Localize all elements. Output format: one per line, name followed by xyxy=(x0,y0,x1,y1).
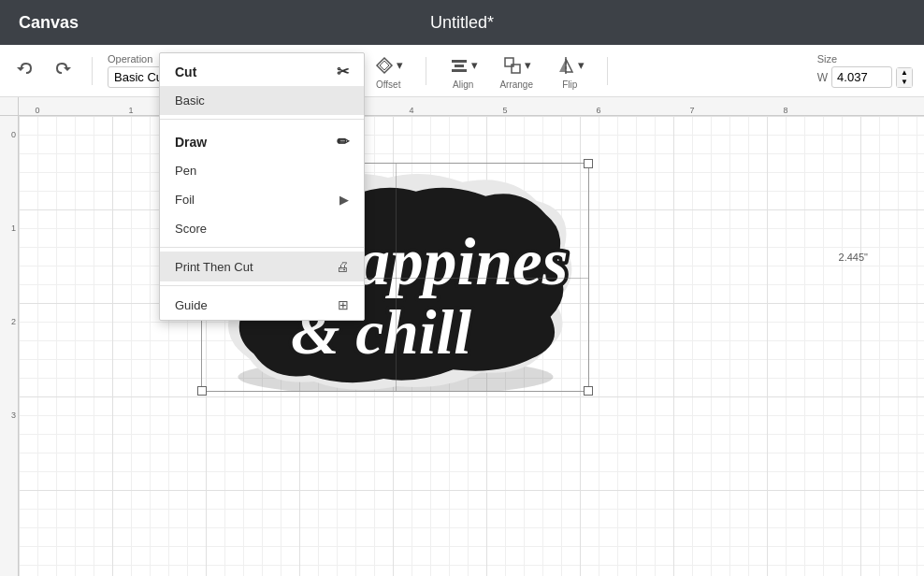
separator-2 xyxy=(160,247,364,248)
undo-redo-group xyxy=(11,56,77,86)
dropdown-item-guide[interactable]: Guide ⊞ xyxy=(160,290,364,320)
handle-br[interactable] xyxy=(584,386,593,396)
ruler-v-tick-3: 3 xyxy=(11,410,16,420)
flip-chevron: ▾ xyxy=(578,58,585,72)
offset-label: Offset xyxy=(376,79,401,90)
app-title: Canvas xyxy=(19,13,79,33)
arrange-group: ▾ Arrange xyxy=(495,52,539,90)
print-icon: 🖨 xyxy=(336,259,349,274)
arrange-icon xyxy=(502,55,523,76)
dropdown-item-foil[interactable]: Foil ▶ xyxy=(160,185,364,214)
flip-button[interactable]: ▾ xyxy=(548,52,592,79)
title-bar: Canvas Untitled* xyxy=(0,0,924,45)
ruler-h-tick-5: 5 xyxy=(502,106,507,115)
dropdown-item-pen[interactable]: Pen xyxy=(160,156,364,185)
guide-icon: ⊞ xyxy=(338,297,349,312)
svg-marker-12 xyxy=(559,59,566,72)
dropdown-item-print-then-cut[interactable]: Print Then Cut 🖨 xyxy=(160,252,364,281)
document-title: Untitled* xyxy=(430,13,494,33)
draw-header-label: Draw xyxy=(175,135,207,150)
ruler-h-tick-0: 0 xyxy=(35,106,39,115)
separator-3 xyxy=(160,285,364,286)
svg-rect-9 xyxy=(452,69,467,72)
foil-arrow: ▶ xyxy=(339,193,349,207)
vertical-ruler: 0 1 2 3 xyxy=(0,116,19,576)
align-button[interactable]: ▾ xyxy=(441,52,485,79)
size-input-row: W ▲ ▼ xyxy=(817,66,913,88)
svg-rect-7 xyxy=(452,60,467,63)
flip-icon xyxy=(556,55,576,76)
draw-icon: ✏ xyxy=(337,133,349,151)
arrange-button[interactable]: ▾ xyxy=(495,52,539,79)
ruler-h-tick-6: 6 xyxy=(596,106,600,115)
align-chevron: ▾ xyxy=(471,58,478,72)
align-icon xyxy=(449,55,469,76)
handle-bl[interactable] xyxy=(197,386,207,396)
operation-dropdown: Cut ✂ Basic Draw ✏ Pen Foil ▶ Score Prin… xyxy=(159,52,365,321)
draw-section-header: Draw ✏ xyxy=(160,123,364,156)
size-label: Size xyxy=(817,53,913,65)
offset-icon xyxy=(374,55,395,76)
size-w-input[interactable] xyxy=(831,66,892,88)
horizontal-ruler: 0 1 2 3 4 5 6 7 8 xyxy=(19,97,924,116)
toolbar: Operation Basic Cut ▾ ? Deselect xyxy=(0,45,924,97)
guide-label: Guide xyxy=(175,298,208,312)
svg-rect-8 xyxy=(455,65,464,67)
ruler-corner xyxy=(0,97,19,116)
pen-label: Pen xyxy=(175,164,196,178)
measure-v-value: 2.445" xyxy=(839,252,868,263)
redo-icon xyxy=(52,60,71,79)
offset-chevron: ▾ xyxy=(397,58,403,72)
svg-marker-13 xyxy=(566,59,572,72)
align-label: Align xyxy=(453,79,473,90)
offset-group: ▾ Offset xyxy=(367,52,411,90)
offset-button[interactable]: ▾ xyxy=(367,52,411,79)
ruler-h-tick-7: 7 xyxy=(689,106,694,115)
redo-button[interactable] xyxy=(47,56,77,86)
cut-icon: ✂ xyxy=(337,63,349,80)
undo-button[interactable] xyxy=(11,56,41,86)
crosshair-vertical xyxy=(396,164,397,391)
size-group: Size W ▲ ▼ xyxy=(817,53,913,88)
handle-tr[interactable] xyxy=(584,159,593,168)
undo-icon xyxy=(17,60,36,79)
divider-4 xyxy=(607,57,608,85)
arrange-label: Arrange xyxy=(499,79,533,90)
canvas-grid: 4.037" 2.445" xyxy=(19,116,924,576)
align-group: ▾ Align xyxy=(441,52,485,90)
divider-1 xyxy=(92,57,93,85)
ruler-h-tick-1: 1 xyxy=(128,106,133,115)
dropdown-item-score[interactable]: Score xyxy=(160,214,364,243)
separator-1 xyxy=(160,119,364,120)
divider-3 xyxy=(426,57,426,85)
foil-label: Foil xyxy=(175,193,195,207)
dropdown-item-basic[interactable]: Basic xyxy=(160,86,364,115)
ruler-v-tick-2: 2 xyxy=(11,317,16,326)
ruler-h-tick-4: 4 xyxy=(409,106,413,115)
measurement-vertical: 2.445" xyxy=(839,252,868,263)
ruler-v-tick-1: 1 xyxy=(11,223,16,233)
ruler-v-tick-0: 0 xyxy=(11,130,16,139)
size-arrows: ▲ ▼ xyxy=(896,67,913,88)
size-down-button[interactable]: ▼ xyxy=(897,78,912,87)
ruler-h-tick-8: 8 xyxy=(783,106,787,115)
canvas-area[interactable]: 0 1 2 3 4 5 6 7 8 0 1 2 3 4.037" 2.445" xyxy=(0,97,924,576)
score-label: Score xyxy=(175,222,207,236)
size-w-label: W xyxy=(817,71,828,84)
basic-label: Basic xyxy=(175,94,205,108)
cut-header-label: Cut xyxy=(175,65,196,79)
main-area: 0 1 2 3 4 5 6 7 8 0 1 2 3 4.037" 2.445" xyxy=(0,97,924,576)
flip-group: ▾ Flip xyxy=(548,52,592,90)
cut-section-header: Cut ✂ xyxy=(160,53,364,86)
print-then-cut-label: Print Then Cut xyxy=(175,260,253,274)
arrange-chevron: ▾ xyxy=(525,58,531,72)
size-up-button[interactable]: ▲ xyxy=(897,68,912,78)
flip-label: Flip xyxy=(562,79,577,90)
